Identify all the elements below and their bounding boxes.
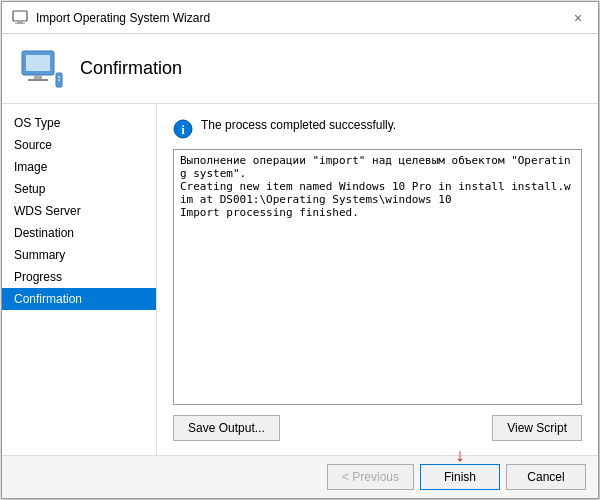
wizard-window: Import Operating System Wizard × Confirm… (1, 1, 599, 499)
header-title: Confirmation (80, 58, 182, 79)
wizard-content: OS Type Source Image Setup WDS Server De… (2, 104, 598, 455)
arrow-down-icon: ↓ (456, 446, 465, 464)
nav-buttons: < Previous ↓ Finish Cancel (327, 464, 586, 490)
bottom-bar: < Previous ↓ Finish Cancel (2, 455, 598, 498)
svg-rect-0 (13, 11, 27, 21)
svg-rect-2 (15, 23, 25, 24)
sidebar-item-wds-server[interactable]: WDS Server (2, 200, 156, 222)
main-footer-buttons: Save Output... View Script (173, 415, 582, 441)
wizard-header: Confirmation (2, 34, 598, 104)
finish-button[interactable]: Finish (420, 464, 500, 490)
sidebar-item-progress[interactable]: Progress (2, 266, 156, 288)
close-button[interactable]: × (568, 8, 588, 28)
svg-rect-4 (26, 55, 50, 71)
window-icon (12, 10, 28, 26)
previous-button[interactable]: < Previous (327, 464, 414, 490)
sidebar: OS Type Source Image Setup WDS Server De… (2, 104, 157, 455)
info-message: The process completed successfully. (201, 118, 396, 132)
view-script-button[interactable]: View Script (492, 415, 582, 441)
title-bar-left: Import Operating System Wizard (12, 10, 210, 26)
cancel-button[interactable]: Cancel (506, 464, 586, 490)
main-area: i The process completed successfully. Вы… (157, 104, 598, 455)
window-title: Import Operating System Wizard (36, 11, 210, 25)
title-bar: Import Operating System Wizard × (2, 2, 598, 34)
svg-rect-5 (34, 75, 42, 79)
finish-button-wrapper: ↓ Finish (420, 464, 500, 490)
svg-rect-6 (28, 79, 48, 81)
save-output-button[interactable]: Save Output... (173, 415, 280, 441)
info-bar: i The process completed successfully. (173, 118, 582, 139)
sidebar-item-setup[interactable]: Setup (2, 178, 156, 200)
svg-text:i: i (181, 122, 185, 137)
sidebar-item-image[interactable]: Image (2, 156, 156, 178)
sidebar-item-source[interactable]: Source (2, 134, 156, 156)
sidebar-item-summary[interactable]: Summary (2, 244, 156, 266)
log-area[interactable]: Выполнение операции "import" над целевым… (173, 149, 582, 405)
svg-rect-1 (17, 21, 23, 23)
info-icon: i (173, 119, 193, 139)
wizard-header-icon (18, 45, 66, 93)
sidebar-item-destination[interactable]: Destination (2, 222, 156, 244)
sidebar-item-os-type[interactable]: OS Type (2, 112, 156, 134)
sidebar-item-confirmation[interactable]: Confirmation (2, 288, 156, 310)
